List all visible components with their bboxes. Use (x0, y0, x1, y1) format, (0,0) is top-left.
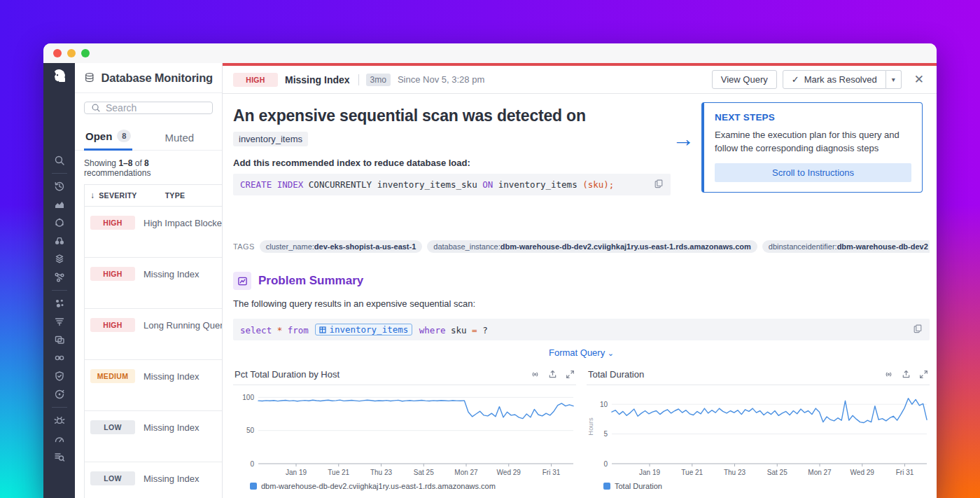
view-query-button[interactable]: View Query (712, 70, 777, 89)
format-query-link[interactable]: Format Query ⌄ (233, 347, 930, 358)
tab-open-label: Open (85, 130, 112, 142)
close-window-button[interactable] (53, 49, 62, 57)
chart-total-duration: Total Duration 0510Jan 19Tue 21Thu 23Sat… (587, 366, 930, 490)
search-icon[interactable] (54, 155, 65, 166)
chart-export-icon[interactable] (902, 370, 911, 379)
list-tabs: Open 8 Muted (75, 118, 222, 151)
sql-operator: = (472, 325, 477, 336)
legend-item[interactable]: dbm-warehouse-db-dev2.cviighkaj1ry.us-ea… (233, 482, 576, 490)
tag-pill[interactable]: database_instance:dbm-warehouse-db-dev2.… (427, 240, 757, 253)
sql-keyword: where (419, 325, 446, 336)
recommendation-type: Missing Index (144, 422, 199, 433)
svg-text:Hours: Hours (587, 417, 594, 436)
severity-badge: MEDIUM (90, 369, 135, 383)
chart-pct-total-duration-by-host: Pct Total Duration by Host 050100Jan 19T… (233, 366, 576, 490)
legend-item[interactable]: Total Duration (587, 482, 930, 490)
timeseries-plot[interactable]: 050100Jan 19Tue 21Thu 23Sat 25Mon 27Wed … (233, 385, 576, 482)
chart-fullscreen-icon[interactable] (566, 370, 575, 379)
table-row[interactable]: LOW Missing Index (85, 411, 222, 462)
detail-header: HIGH Missing Index 3mo Since Nov 5, 3:28… (223, 66, 937, 94)
table-header: ↓ SEVERITY TYPE (85, 185, 222, 207)
table-row[interactable]: LOW Missing Index (85, 462, 222, 498)
table-row[interactable]: HIGH Missing Index (85, 258, 222, 309)
tab-muted[interactable]: Muted (163, 127, 195, 150)
problem-summary-title: Problem Summary (258, 274, 363, 288)
divider (358, 74, 359, 85)
severity-badge: LOW (90, 420, 135, 434)
security-icon[interactable] (54, 371, 65, 382)
copy-icon[interactable] (913, 324, 923, 336)
performance-icon[interactable] (54, 433, 65, 444)
svg-text:0: 0 (250, 460, 254, 468)
index-recommendation-label: Add this recommended index to reduce dat… (233, 158, 671, 168)
table-row[interactable]: HIGH Long Running Query (85, 309, 222, 360)
scroll-to-instructions-button[interactable]: Scroll to Instructions (715, 163, 911, 182)
sql-operator: * (277, 325, 283, 336)
metrics-icon[interactable] (54, 199, 65, 210)
sql-text: ? (482, 325, 488, 336)
chart-fullscreen-icon[interactable] (919, 370, 928, 379)
zoom-window-button[interactable] (81, 49, 90, 57)
detail-type: Missing Index (285, 74, 350, 85)
query-codeblock: select * from inventory_items where sku … (233, 319, 930, 340)
database-icon (84, 71, 95, 85)
history-icon[interactable] (54, 181, 65, 192)
timeseries-plot[interactable]: 0510Jan 19Tue 21Thu 23Sat 25Mon 27Wed 29… (587, 385, 930, 482)
tab-muted-label: Muted (164, 132, 194, 144)
processes-icon[interactable] (54, 298, 65, 309)
column-severity[interactable]: SEVERITY (99, 191, 136, 200)
svg-text:50: 50 (246, 427, 255, 434)
svg-text:Thu 23: Thu 23 (370, 469, 393, 476)
error-tracking-icon[interactable] (54, 415, 65, 426)
chevron-down-icon: ⌄ (608, 349, 614, 357)
table-name-tag[interactable]: inventory_items (233, 132, 308, 146)
logs-icon[interactable] (54, 316, 65, 327)
svg-text:Fri 31: Fri 31 (896, 469, 914, 476)
page-title: Database Monitoring (102, 71, 213, 85)
next-steps-callout-body: Examine the execution plan for this quer… (715, 129, 911, 155)
severity-badge: HIGH (233, 73, 278, 87)
resolve-button-group: ✓ Mark as Resolved ▾ (783, 70, 902, 89)
table-row[interactable]: HIGH High Impact Blocker (85, 207, 222, 258)
chart-live-icon[interactable] (531, 370, 540, 379)
apm-icon[interactable] (54, 217, 65, 228)
search-icon (91, 103, 101, 113)
resolve-dropdown-button[interactable]: ▾ (886, 70, 902, 89)
service-map-icon[interactable] (54, 272, 65, 283)
tag-pill[interactable]: cluster_name:dev-eks-shopist-a-us-east-1 (260, 240, 423, 253)
svg-text:Tue 21: Tue 21 (681, 469, 703, 476)
minimize-window-button[interactable] (67, 49, 76, 57)
synthetics-icon[interactable] (54, 389, 65, 400)
watchdog-icon[interactable] (54, 235, 65, 247)
tag-pill[interactable]: dbinstanceidentifier:dbm-warehouse-db-de… (762, 240, 930, 253)
database-monitoring-icon[interactable] (54, 451, 65, 462)
sort-descending-icon[interactable]: ↓ (90, 191, 94, 200)
svg-text:Sat 25: Sat 25 (767, 469, 788, 476)
datadog-logo-icon[interactable] (50, 67, 69, 87)
problem-summary-icon (233, 272, 251, 290)
svg-text:5: 5 (603, 430, 608, 438)
ci-pipelines-icon[interactable] (54, 352, 65, 364)
severity-badge: HIGH (90, 318, 135, 332)
nav-rail (43, 63, 75, 498)
close-icon[interactable]: ✕ (911, 71, 927, 88)
infrastructure-icon[interactable] (54, 254, 65, 265)
chart-live-icon[interactable] (884, 370, 893, 379)
svg-text:Mon 27: Mon 27 (454, 469, 478, 476)
tab-open[interactable]: Open 8 (84, 125, 132, 151)
next-steps-callout-title: NEXT STEPS (715, 112, 911, 123)
mark-as-resolved-button[interactable]: ✓ Mark as Resolved (783, 70, 886, 89)
next-steps-callout: NEXT STEPS Examine the execution plan fo… (701, 102, 923, 193)
chart-export-icon[interactable] (548, 370, 557, 379)
create-index-codeblock: CREATE INDEX CONCURRENTLY inventory_item… (233, 174, 671, 195)
copy-icon[interactable] (654, 179, 664, 191)
app-window: Database Monitoring Open 8 Muted Showing… (43, 43, 937, 498)
table-row[interactable]: MEDIUM Missing Index (85, 360, 222, 411)
column-type[interactable]: TYPE (165, 191, 186, 200)
severity-badge: HIGH (90, 216, 135, 230)
sql-text: sku (451, 325, 467, 336)
rum-icon[interactable] (54, 334, 65, 345)
query-table-pill[interactable]: inventory_items (315, 324, 412, 336)
legend-swatch (603, 483, 610, 490)
search-input[interactable] (106, 102, 206, 113)
